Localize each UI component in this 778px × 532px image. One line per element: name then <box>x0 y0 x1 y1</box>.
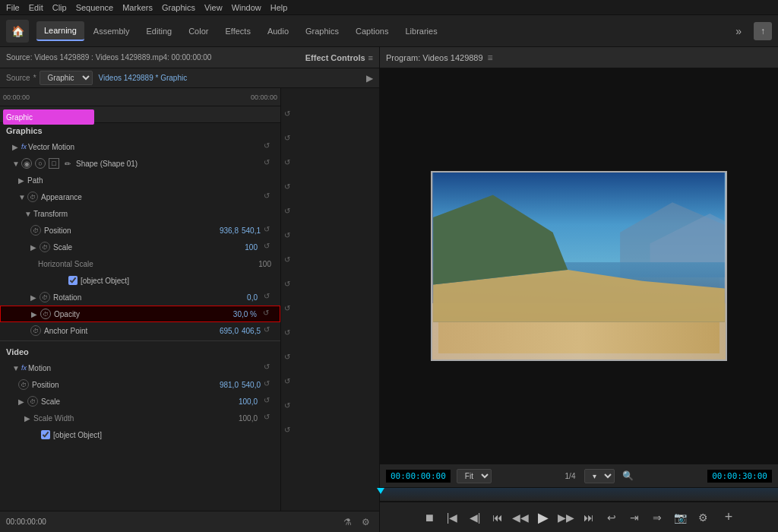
play-button[interactable]: ▶ <box>534 508 552 527</box>
menu-file[interactable]: File <box>6 3 20 12</box>
opacity-value[interactable]: 30,0 % <box>233 310 257 318</box>
ec-graphic-clip[interactable]: Graphic <box>3 109 94 125</box>
motion-position-x[interactable]: 981,0 <box>220 381 239 389</box>
motion-scale-reset[interactable]: ↺ <box>264 396 274 407</box>
tab-learning[interactable]: Learning <box>36 21 84 41</box>
scale-expand[interactable]: ▶ <box>30 243 40 252</box>
overwrite-button[interactable]: ⇒ <box>648 508 666 527</box>
fit-dropdown[interactable]: Fit <box>457 469 492 483</box>
circle-shape-icon[interactable]: ○ <box>35 158 46 169</box>
position-stopwatch[interactable]: ⏱ <box>30 225 41 236</box>
program-timeline-ruler[interactable] <box>380 488 778 502</box>
ec-reset-8[interactable]: ↺ <box>284 280 376 288</box>
motion-scale-value[interactable]: 100,0 <box>239 397 258 406</box>
shape-visibility-icon[interactable]: ◉ <box>21 158 32 169</box>
ec-filter-icon[interactable]: ⚗ <box>340 515 355 530</box>
export-button[interactable]: ↑ <box>754 22 772 40</box>
rotation-expand[interactable]: ▶ <box>30 293 40 302</box>
tab-libraries[interactable]: Libraries <box>397 22 444 40</box>
anchor-point-reset[interactable]: ↺ <box>264 325 274 336</box>
insert-button[interactable]: ⇥ <box>625 508 644 527</box>
add-button[interactable]: + <box>719 508 738 527</box>
menu-graphics[interactable]: Graphics <box>162 3 195 12</box>
tab-audio[interactable]: Audio <box>260 22 296 40</box>
opacity-reset[interactable]: ↺ <box>263 309 274 319</box>
tab-graphics[interactable]: Graphics <box>298 22 346 40</box>
motion-reset[interactable]: ↺ <box>264 363 274 373</box>
square-shape-icon[interactable]: □ <box>49 158 59 169</box>
motion-uniform-scale-checkbox[interactable] <box>41 430 50 439</box>
menu-sequence[interactable]: Sequence <box>76 3 114 12</box>
position-y[interactable]: 540,1 <box>242 226 261 235</box>
frame-back-button[interactable]: ◀| <box>466 508 484 527</box>
menu-view[interactable]: View <box>204 3 223 12</box>
program-time-left[interactable]: 00:00:00:00 <box>386 470 451 483</box>
menu-edit[interactable]: Edit <box>29 3 43 12</box>
rotation-reset[interactable]: ↺ <box>264 292 274 302</box>
scale-reset[interactable]: ↺ <box>264 242 274 252</box>
ec-reset-7[interactable]: ↺ <box>284 255 376 264</box>
ec-settings-icon[interactable]: ⚙ <box>358 515 373 530</box>
zoom-icon[interactable]: 🔍 <box>622 470 634 481</box>
motion-scale-expand[interactable]: ▶ <box>18 397 27 406</box>
motion-position-reset[interactable]: ↺ <box>264 379 274 390</box>
more-workspaces-icon[interactable]: » <box>735 25 742 37</box>
appearance-reset[interactable]: ↺ <box>264 192 274 202</box>
ec-reset-6[interactable]: ↺ <box>284 231 376 239</box>
appearance-expand[interactable]: ▼ <box>18 193 27 201</box>
tab-color[interactable]: Color <box>181 22 216 40</box>
motion-expand[interactable]: ▼ <box>12 364 21 372</box>
loop-button[interactable]: ↩ <box>602 508 621 527</box>
motion-position-stopwatch[interactable]: ⏱ <box>18 379 29 390</box>
ec-reset-11[interactable]: ↺ <box>284 353 376 361</box>
rotation-stopwatch[interactable]: ⏱ <box>40 292 50 302</box>
menu-markers[interactable]: Markers <box>122 3 153 12</box>
export-frame-button[interactable]: 📷 <box>671 508 689 527</box>
step-back-button[interactable]: |◀ <box>443 508 461 527</box>
stop-button[interactable]: ⏹ <box>420 508 438 527</box>
position-x[interactable]: 936,8 <box>220 226 239 235</box>
motion-position-y[interactable]: 540,0 <box>242 381 261 389</box>
menu-window[interactable]: Window <box>232 3 261 12</box>
appearance-stopwatch[interactable]: ⏱ <box>27 192 38 202</box>
ec-reset-3[interactable]: ↺ <box>284 158 376 166</box>
anchor-point-x[interactable]: 695,0 <box>220 327 239 335</box>
anchor-point-stopwatch[interactable]: ⏱ <box>30 325 41 336</box>
path-expand[interactable]: ▶ <box>18 176 27 185</box>
position-reset[interactable]: ↺ <box>264 225 274 236</box>
shape-reset[interactable]: ↺ <box>264 158 274 169</box>
rotation-value[interactable]: 0,0 <box>247 293 258 302</box>
program-title-menu-icon[interactable]: ≡ <box>488 52 493 63</box>
tab-captions[interactable]: Captions <box>348 22 396 40</box>
scale-width-reset[interactable]: ↺ <box>264 413 274 423</box>
tab-effects[interactable]: Effects <box>217 22 258 40</box>
ec-reset-2[interactable]: ↺ <box>284 134 376 142</box>
tab-editing[interactable]: Editing <box>139 22 180 40</box>
scale-width-expand[interactable]: ▶ <box>24 414 33 423</box>
ec-reset-9[interactable]: ↺ <box>284 304 376 312</box>
motion-scale-stopwatch[interactable]: ⏱ <box>27 396 38 407</box>
menu-help[interactable]: Help <box>270 3 288 12</box>
ec-reset-4[interactable]: ↺ <box>284 182 376 191</box>
vector-motion-reset[interactable]: ↺ <box>264 141 274 152</box>
pen-shape-icon[interactable]: ✏ <box>62 158 73 169</box>
opacity-expand[interactable]: ▶ <box>31 310 40 318</box>
ec-reset-12[interactable]: ↺ <box>284 377 376 385</box>
shape-expand[interactable]: ▼ <box>12 160 21 168</box>
ec-reset-5[interactable]: ↺ <box>284 207 376 215</box>
tab-assembly[interactable]: Assembly <box>86 22 138 40</box>
goto-in-button[interactable]: ⏮ <box>489 508 507 527</box>
source-dropdown[interactable]: Graphic <box>40 71 93 85</box>
scale-stopwatch[interactable]: ⏱ <box>40 242 50 252</box>
uniform-scale-checkbox[interactable] <box>68 276 77 285</box>
menu-clip[interactable]: Clip <box>52 3 67 12</box>
scale-value[interactable]: 100 <box>245 243 258 252</box>
settings-pb-button[interactable]: ⚙ <box>694 508 712 527</box>
fast-forward-button[interactable]: ▶▶ <box>557 508 575 527</box>
ec-reset-14[interactable]: ↺ <box>284 426 376 434</box>
rewind-button[interactable]: ◀◀ <box>511 508 530 527</box>
effect-controls-arrow[interactable]: ▶ <box>366 73 373 84</box>
ec-reset-13[interactable]: ↺ <box>284 401 376 410</box>
ratio-dropdown[interactable]: ▾ <box>584 469 615 483</box>
ec-reset-10[interactable]: ↺ <box>284 328 376 337</box>
